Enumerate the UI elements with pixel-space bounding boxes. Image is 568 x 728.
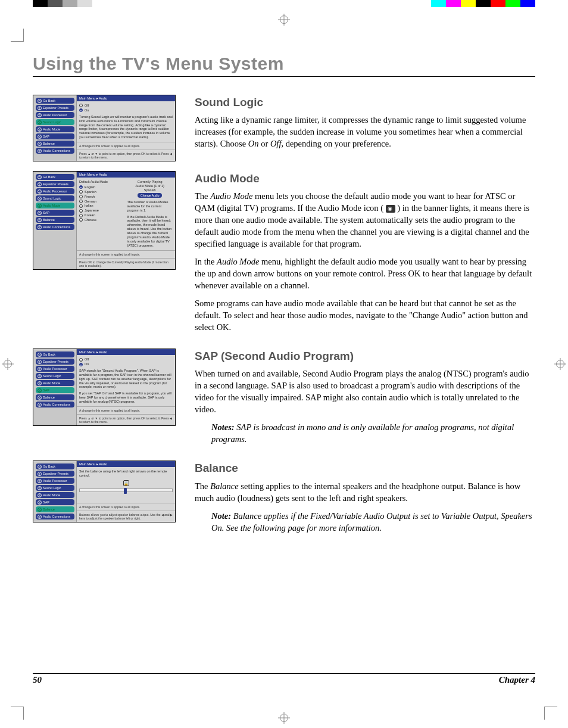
heading-audio-mode: Audio Mode bbox=[195, 171, 535, 186]
language-option: ○Korean bbox=[79, 213, 125, 217]
status-line: Audio Mode (1 of 1) bbox=[127, 184, 173, 188]
heading-sound-logic: Sound Logic bbox=[195, 95, 535, 110]
menu-item: 4Audio Mode bbox=[36, 492, 74, 498]
body-audio-mode-2: In the Audio Mode menu, highlight the de… bbox=[195, 256, 535, 291]
menu-item-label: Balance bbox=[43, 142, 55, 146]
radio-icon: ○ bbox=[79, 209, 83, 213]
language-label: Japanese bbox=[85, 209, 99, 213]
screenshot-audio-mode: 0Go Back1Equalizer Presets2Audio Process… bbox=[33, 171, 176, 270]
menu-item: 2Audio Processor bbox=[36, 478, 74, 484]
radio-icon: ○ bbox=[79, 218, 83, 222]
heading-sap: SAP (Second Audio Program) bbox=[195, 349, 535, 364]
registration-mark-icon bbox=[280, 714, 288, 722]
menu-item-number: 6 bbox=[38, 508, 42, 512]
menu-item-label: Go Back bbox=[43, 99, 55, 103]
language-label: French bbox=[85, 195, 95, 199]
crop-mark-icon bbox=[11, 29, 24, 42]
radio-icon: ○ bbox=[79, 204, 83, 208]
menu-item: 2Audio Processor bbox=[36, 366, 74, 372]
radio-icon: ○ bbox=[79, 190, 83, 194]
menu-item-label: Audio Processor bbox=[43, 479, 67, 483]
menu-item-number: 7 bbox=[38, 225, 42, 229]
menu-item: 7Audio Connections bbox=[36, 148, 74, 154]
language-option: ○Chinese bbox=[79, 218, 125, 222]
panel-nav-note: Press ▲ or ▼ to point to an option, then… bbox=[77, 414, 175, 425]
menu-item: 1Equalizer Presets bbox=[36, 471, 74, 477]
menu-item-label: Audio Processor bbox=[43, 189, 67, 194]
radio-icon: ● bbox=[79, 185, 83, 189]
menu-item-number: 3 bbox=[38, 374, 42, 378]
menu-item-label: Audio Processor bbox=[43, 113, 67, 117]
menu-item-number: 2 bbox=[38, 479, 42, 483]
menu-item-number: 6 bbox=[38, 396, 42, 400]
breadcrumb: Main Menu ▸ Audio bbox=[77, 95, 175, 101]
menu-item-label: Audio Connections bbox=[43, 225, 70, 229]
color-bar-left bbox=[33, 0, 92, 7]
status-line: Currently Playing bbox=[127, 180, 173, 184]
menu-item-label: Sound Logic bbox=[43, 486, 61, 490]
menu-item-number: 4 bbox=[38, 381, 42, 385]
menu-item: 6Balance bbox=[36, 141, 74, 147]
menu-item-number: 3 bbox=[38, 486, 42, 490]
panel-help: If you set "SAP On" and SAP is available… bbox=[79, 391, 173, 404]
language-label: Italian bbox=[85, 204, 93, 208]
color-bar-right bbox=[431, 0, 535, 7]
menu-item: 2Audio Processor bbox=[36, 188, 74, 194]
language-label: Chinese bbox=[85, 218, 96, 222]
radio-icon: ○ bbox=[79, 195, 83, 198]
menu-item-label: Audio Mode bbox=[43, 493, 60, 497]
menu-item-number: 0 bbox=[38, 175, 42, 179]
menu-item-number: 4 bbox=[38, 493, 42, 497]
menu-item-label: SAP bbox=[43, 135, 49, 139]
menu-item-number: 4 bbox=[38, 127, 42, 132]
radio-off-icon: ○ bbox=[79, 358, 83, 362]
menu-item-label: Audio Connections bbox=[43, 149, 70, 153]
menu-item: 5SAP bbox=[36, 210, 74, 216]
menu-item-number: 5 bbox=[38, 388, 42, 393]
crop-mark-icon bbox=[11, 707, 24, 720]
menu-item-label: Equalizer Presets bbox=[43, 106, 68, 110]
menu-item-label: Sound Logic bbox=[43, 120, 61, 125]
change-audio-button: Change Audio bbox=[138, 193, 162, 198]
language-option: ○French bbox=[79, 195, 125, 199]
registration-mark-icon bbox=[280, 15, 288, 24]
option-off: Off bbox=[85, 357, 89, 362]
menu-item: 1Equalizer Presets bbox=[36, 105, 74, 111]
menu-item-number: 1 bbox=[38, 182, 42, 186]
language-label: Korean bbox=[85, 213, 95, 217]
breadcrumb: Main Menu ▸ Audio bbox=[77, 349, 175, 355]
menu-item: 1Equalizer Presets bbox=[36, 181, 74, 187]
menu-item: 0Go Back bbox=[36, 351, 74, 357]
menu-item-number: 3 bbox=[38, 120, 42, 125]
body-audio-mode-1: The Audio Mode menu lets you choose the … bbox=[195, 190, 535, 250]
chapter-label: Chapter 4 bbox=[499, 675, 535, 685]
radio-on-icon: ● bbox=[79, 108, 83, 112]
language-option: ○Japanese bbox=[79, 209, 125, 213]
menu-item: 2Audio Processor bbox=[36, 112, 74, 118]
menu-item-number: 4 bbox=[38, 204, 42, 208]
panel-help: Turning Sound Logic on will monitor a pr… bbox=[79, 115, 173, 139]
menu-item-number: 7 bbox=[38, 403, 42, 407]
language-option: ○Italian bbox=[79, 204, 125, 208]
menu-item-number: 5 bbox=[38, 135, 42, 139]
menu-item-number: 2 bbox=[38, 189, 42, 194]
language-option: ○Spanish bbox=[79, 190, 125, 194]
breadcrumb: Main Menu ▸ Audio bbox=[77, 461, 175, 467]
menu-item-label: Balance bbox=[43, 508, 55, 512]
page-number: 50 bbox=[33, 675, 42, 685]
menu-item-label: Audio Mode bbox=[43, 381, 60, 385]
menu-item-number: 0 bbox=[38, 465, 42, 469]
menu-item-label: Audio Processor bbox=[43, 367, 67, 371]
screenshot-balance: 0Go Back1Equalizer Presets2Audio Process… bbox=[33, 461, 176, 522]
screenshot-sap: 0Go Back1Equalizer Presets2Audio Process… bbox=[33, 349, 176, 426]
radio-icon: ○ bbox=[79, 200, 83, 203]
panel-nav-note: Press OK to change the Currently Playing… bbox=[77, 258, 175, 269]
menu-item-label: Balance bbox=[43, 218, 55, 222]
menu-item-label: Sound Logic bbox=[43, 197, 61, 201]
menu-item-label: Audio Connections bbox=[43, 403, 70, 407]
panel-help: SAP stands for "Second Audio Program". W… bbox=[79, 369, 173, 389]
body-sound-logic: Acting like a dynamic range limiter, it … bbox=[195, 114, 535, 150]
menu-item-number: 1 bbox=[38, 472, 42, 476]
menu-item-number: 0 bbox=[38, 353, 42, 357]
panel-help: If the Default Audio Mode is available, … bbox=[127, 215, 173, 248]
